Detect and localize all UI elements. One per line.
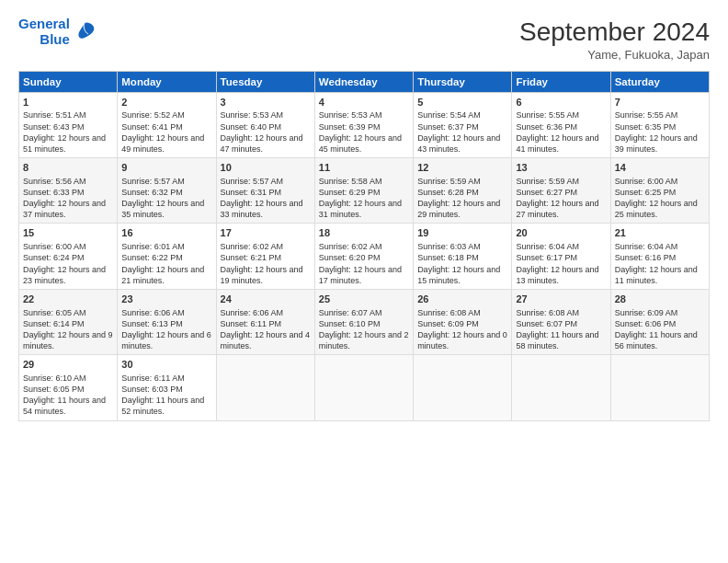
day-number: 14: [615, 161, 705, 175]
logo-text-general: General: [18, 17, 70, 32]
calendar-cell: 6Sunrise: 5:55 AMSunset: 6:36 PMDaylight…: [512, 92, 610, 157]
day-number: 1: [23, 96, 113, 109]
day-number: 8: [23, 161, 113, 175]
day-number: 24: [221, 293, 311, 306]
daylight-text: Daylight: 11 hours and 56 minutes.: [615, 330, 698, 350]
day-number: 12: [417, 161, 507, 175]
sunset-text: Sunset: 6:25 PM: [615, 188, 677, 197]
calendar-cell: 27Sunrise: 6:08 AMSunset: 6:07 PMDayligh…: [512, 289, 610, 354]
sunrise-text: Sunrise: 5:52 AM: [121, 110, 185, 120]
sunset-text: Sunset: 6:36 PM: [516, 122, 577, 132]
calendar-cell: 19Sunrise: 6:03 AMSunset: 6:18 PMDayligh…: [414, 224, 512, 289]
sunrise-text: Sunrise: 6:03 AM: [417, 242, 481, 251]
daylight-text: Daylight: 12 hours and 37 minutes.: [23, 199, 106, 219]
main-title: September 2024: [519, 17, 710, 48]
sunrise-text: Sunrise: 5:53 AM: [319, 110, 382, 120]
sunset-text: Sunset: 6:09 PM: [417, 319, 479, 328]
day-number: 22: [23, 293, 113, 306]
sunrise-text: Sunrise: 6:07 AM: [319, 308, 382, 317]
sunrise-text: Sunrise: 6:00 AM: [615, 177, 678, 186]
sunset-text: Sunset: 6:07 PM: [516, 319, 577, 328]
sunrise-text: Sunrise: 5:55 AM: [615, 110, 678, 120]
day-number: 25: [319, 293, 409, 306]
daylight-text: Daylight: 12 hours and 0 minutes.: [417, 330, 507, 350]
week-row-1: 1Sunrise: 5:51 AMSunset: 6:43 PMDaylight…: [19, 92, 710, 157]
sunrise-text: Sunrise: 6:02 AM: [221, 242, 284, 251]
sunrise-text: Sunrise: 5:58 AM: [319, 177, 382, 186]
day-number: 16: [121, 226, 211, 240]
sunrise-text: Sunrise: 6:04 AM: [615, 242, 678, 251]
col-header-friday: Friday: [512, 71, 610, 92]
calendar-cell: [512, 355, 610, 420]
title-block: September 2024 Yame, Fukuoka, Japan: [519, 17, 710, 62]
sunset-text: Sunset: 6:37 PM: [417, 122, 479, 132]
sunset-text: Sunset: 6:18 PM: [417, 253, 479, 262]
calendar-cell: 21Sunrise: 6:04 AMSunset: 6:16 PMDayligh…: [610, 224, 709, 289]
sunrise-text: Sunrise: 6:04 AM: [516, 242, 579, 251]
sunset-text: Sunset: 6:16 PM: [615, 253, 677, 262]
daylight-text: Daylight: 12 hours and 29 minutes.: [417, 199, 500, 219]
sunrise-text: Sunrise: 6:08 AM: [417, 308, 481, 317]
calendar-cell: 15Sunrise: 6:00 AMSunset: 6:24 PMDayligh…: [19, 224, 118, 289]
col-header-monday: Monday: [118, 71, 216, 92]
day-number: 30: [121, 358, 211, 372]
calendar-cell: 14Sunrise: 6:00 AMSunset: 6:25 PMDayligh…: [610, 158, 709, 224]
sunset-text: Sunset: 6:24 PM: [23, 253, 85, 262]
sunrise-text: Sunrise: 5:55 AM: [516, 110, 579, 120]
sunrise-text: Sunrise: 5:56 AM: [23, 177, 86, 186]
sunset-text: Sunset: 6:10 PM: [319, 319, 381, 328]
calendar-cell: 1Sunrise: 5:51 AMSunset: 6:43 PMDaylight…: [19, 92, 118, 157]
calendar-cell: 9Sunrise: 5:57 AMSunset: 6:32 PMDaylight…: [118, 158, 216, 224]
daylight-text: Daylight: 12 hours and 43 minutes.: [417, 133, 500, 154]
day-number: 29: [23, 358, 113, 372]
daylight-text: Daylight: 12 hours and 41 minutes.: [516, 133, 598, 154]
sunset-text: Sunset: 6:11 PM: [221, 319, 282, 328]
sunset-text: Sunset: 6:27 PM: [516, 188, 577, 197]
sunset-text: Sunset: 6:39 PM: [319, 122, 381, 132]
calendar-cell: 11Sunrise: 5:58 AMSunset: 6:29 PMDayligh…: [314, 158, 413, 224]
sunset-text: Sunset: 6:17 PM: [516, 253, 577, 262]
sunrise-text: Sunrise: 6:09 AM: [615, 308, 678, 317]
daylight-text: Daylight: 12 hours and 33 minutes.: [221, 199, 303, 219]
daylight-text: Daylight: 12 hours and 23 minutes.: [23, 265, 106, 285]
day-number: 21: [615, 226, 705, 240]
sunset-text: Sunset: 6:29 PM: [319, 188, 381, 197]
day-number: 6: [516, 96, 606, 109]
day-number: 9: [121, 161, 211, 175]
sunset-text: Sunset: 6:31 PM: [221, 188, 282, 197]
day-number: 15: [23, 226, 113, 240]
day-number: 18: [319, 226, 409, 240]
calendar-cell: 28Sunrise: 6:09 AMSunset: 6:06 PMDayligh…: [610, 289, 709, 354]
calendar-cell: 22Sunrise: 6:05 AMSunset: 6:14 PMDayligh…: [19, 289, 118, 354]
sunrise-text: Sunrise: 6:10 AM: [23, 373, 86, 383]
day-number: 3: [221, 96, 311, 109]
daylight-text: Daylight: 12 hours and 6 minutes.: [121, 330, 211, 350]
sunset-text: Sunset: 6:05 PM: [23, 385, 85, 394]
calendar-cell: [610, 355, 709, 420]
logo-bird-icon: [72, 19, 97, 45]
calendar-cell: 16Sunrise: 6:01 AMSunset: 6:22 PMDayligh…: [118, 224, 216, 289]
day-number: 2: [121, 96, 211, 109]
calendar-cell: 13Sunrise: 5:59 AMSunset: 6:27 PMDayligh…: [512, 158, 610, 224]
col-header-sunday: Sunday: [19, 71, 118, 92]
daylight-text: Daylight: 12 hours and 9 minutes.: [23, 330, 113, 350]
day-number: 20: [516, 226, 606, 240]
daylight-text: Daylight: 12 hours and 35 minutes.: [121, 199, 204, 219]
calendar-cell: [414, 355, 512, 420]
daylight-text: Daylight: 12 hours and 51 minutes.: [23, 133, 106, 154]
day-number: 17: [221, 226, 311, 240]
sunrise-text: Sunrise: 5:59 AM: [417, 177, 481, 186]
calendar-cell: [216, 355, 314, 420]
day-number: 26: [417, 293, 507, 306]
day-number: 11: [319, 161, 409, 175]
subtitle: Yame, Fukuoka, Japan: [519, 48, 710, 62]
calendar-cell: 29Sunrise: 6:10 AMSunset: 6:05 PMDayligh…: [19, 355, 118, 420]
calendar-cell: 10Sunrise: 5:57 AMSunset: 6:31 PMDayligh…: [216, 158, 314, 224]
logo-text-blue: Blue: [40, 32, 70, 48]
sunset-text: Sunset: 6:06 PM: [615, 319, 677, 328]
calendar-cell: 7Sunrise: 5:55 AMSunset: 6:35 PMDaylight…: [610, 92, 709, 157]
sunrise-text: Sunrise: 6:08 AM: [516, 308, 579, 317]
sunset-text: Sunset: 6:22 PM: [121, 253, 183, 262]
calendar-cell: 30Sunrise: 6:11 AMSunset: 6:03 PMDayligh…: [118, 355, 216, 420]
daylight-text: Daylight: 12 hours and 13 minutes.: [516, 265, 598, 285]
